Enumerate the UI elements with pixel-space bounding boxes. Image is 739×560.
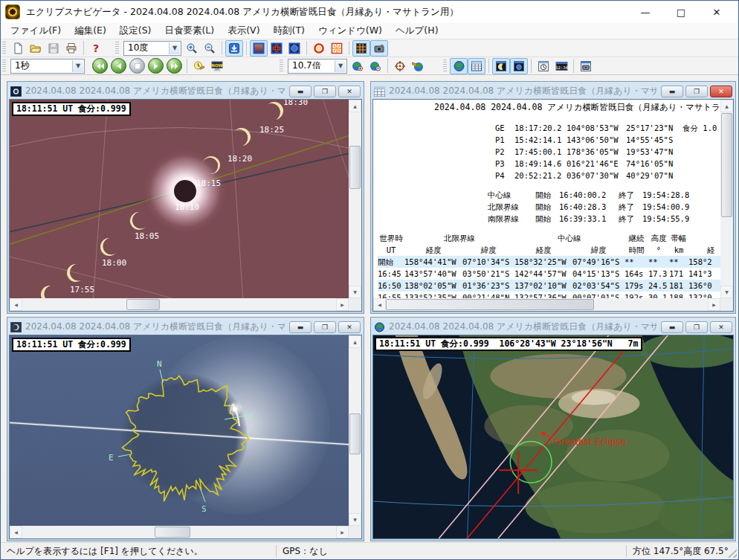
scrollbar-thumb[interactable] [349,413,361,454]
window-minimize-button[interactable]: ▬ [661,86,683,97]
menu-view[interactable]: 表示(V) [221,23,266,39]
vertical-scrollbar[interactable]: ▲ ▼ [349,100,361,298]
view-disc-button[interactable] [285,40,303,57]
window-minimize-button[interactable]: ▬ [661,321,683,333]
corona-closeup-view[interactable]: N E S W 18:11:51 UT 食分:0.999 [10,335,349,526]
maximize-button[interactable]: □ [673,7,689,18]
toolbar-grip[interactable] [2,59,6,73]
toolbar-grip[interactable] [115,42,119,55]
table-row[interactable]: 開始158°44'41"W07°10'34"S158°32'25"W07°49'… [378,256,720,268]
sky-simulation-view[interactable]: 18:30 18:25 18:20 18:15 18:10 18:05 18:0… [10,100,349,298]
window-digital-clock-button[interactable]: 12:34 [552,58,570,74]
vertical-scrollbar[interactable]: ▲ ▼ [349,335,361,526]
window-table-button[interactable] [468,58,485,74]
close-button[interactable]: ✕ [709,7,725,18]
horizontal-scrollbar[interactable]: ◀ ▶ [373,298,720,311]
scrollbar-thumb[interactable] [349,146,361,189]
scroll-down-arrow[interactable]: ▼ [349,513,361,526]
stop-button[interactable] [129,58,145,74]
title-bar[interactable]: エクリプスナビゲータ - 2024.04.08 2024.04.08 アメリカ横… [1,1,738,23]
menu-time[interactable]: 時刻(T) [267,23,312,39]
window-restore-button[interactable]: ❐ [685,86,708,97]
camera-button[interactable] [370,40,388,57]
grid-toggle-button[interactable] [352,40,370,57]
scrollbar-thumb[interactable] [721,113,732,217]
time-set-button[interactable] [190,58,208,74]
save-button[interactable] [45,40,62,57]
toolbar-grip[interactable] [280,59,283,73]
table-row[interactable]: 16:50138°02'05"W01°36'23"S137°02'10"W02°… [378,280,720,292]
new-document-button[interactable] [9,40,27,57]
menu-settings[interactable]: 設定(S) [113,23,158,39]
menu-edit[interactable]: 編集(E) [68,23,113,39]
step-back-button[interactable] [111,58,126,74]
time-step-select[interactable]: 1秒 ▼ [10,59,85,74]
window-restore-button[interactable]: ❐ [314,321,336,333]
window-clock-button[interactable] [535,58,552,74]
scrollbar-thumb[interactable] [386,299,594,310]
zoom-in-button[interactable] [183,40,201,57]
time-now-button[interactable]: NOW [208,58,226,74]
view-sky-button[interactable] [250,40,268,57]
window-moon-button[interactable] [492,58,510,74]
scroll-up-arrow[interactable]: ▲ [720,100,733,112]
window-close-button[interactable]: ✕ [338,86,361,97]
scroll-up-arrow[interactable]: ▲ [349,100,361,112]
scrollbar-thumb[interactable] [155,527,190,538]
menu-help[interactable]: ヘルプ(H) [389,23,445,39]
scroll-right-arrow[interactable]: ▶ [336,526,349,538]
center-target-button[interactable] [391,58,409,74]
window-close-button[interactable]: ✕ [338,321,361,333]
eclipse-path-map[interactable]: Greatest Eclipse 18:11:51 UT 食分:0.999 10… [373,335,733,538]
window-close-button[interactable]: ✕ [710,321,732,333]
open-file-button[interactable] [27,40,45,57]
scroll-left-arrow[interactable]: ◀ [373,298,386,311]
scroll-down-arrow[interactable]: ▼ [349,286,361,298]
table-window-titlebar[interactable]: 2024.04.08 2024.04.08 アメリカ横断皆既日食（月縁あり・マサ… [372,83,734,99]
horizontal-scrollbar[interactable]: ◀ ▶ [10,526,349,538]
scroll-down-arrow[interactable]: ▼ [720,286,733,298]
window-minimize-button[interactable]: ▬ [289,321,312,333]
map-zoom-out-button[interactable] [367,58,384,74]
window-sun-button[interactable] [510,58,528,74]
capture-download-button[interactable] [225,40,243,57]
fov-select[interactable]: 10度 ▼ [123,41,181,56]
window-map-button[interactable] [450,58,468,74]
window-restore-button[interactable]: ❐ [685,321,708,333]
view-globe-wire-button[interactable] [268,40,285,57]
play-button[interactable] [148,58,164,74]
corona-ring-button[interactable] [310,40,328,57]
window-minimize-button[interactable]: ▬ [289,86,312,97]
location-set-button[interactable] [409,58,427,74]
scroll-left-arrow[interactable]: ◀ [10,298,22,311]
toolbar-grip[interactable] [2,42,6,55]
window-close-button[interactable]: ✕ [710,86,732,97]
table-row[interactable]: 16:55133°52'35"W00°21'48"N132°57'36"W00°… [378,292,720,298]
map-zoom-in-button[interactable] [349,58,367,74]
corona-window-titlebar[interactable]: 2024.04.08 2024.04.08 アメリカ横断皆既日食（月縁あり・マサ… [9,319,362,335]
window-camera-button[interactable] [577,58,595,74]
magnification-select[interactable]: 10.7倍 ▼ [288,59,347,74]
scroll-right-arrow[interactable]: ▶ [336,298,349,311]
table-row[interactable]: 16:45143°57'40"W03°50'21"S142°44'57"W04°… [378,268,720,280]
horizontal-scrollbar[interactable]: ◀ ▶ [10,298,349,311]
sky-window-titlebar[interactable]: 2024.04.08 2024.04.08 アメリカ横断皆既日食（月縁あり・マサ… [9,83,362,99]
minimize-button[interactable]: — [637,7,654,18]
zoom-out-button[interactable] [201,40,219,57]
window-restore-button[interactable]: ❐ [314,86,336,97]
menu-file[interactable]: ファイル(F) [4,23,68,39]
scroll-up-arrow[interactable]: ▲ [349,335,361,348]
print-button[interactable] [62,40,80,57]
vertical-scrollbar[interactable]: ▲ ▼ [720,100,733,298]
step-rewind-button[interactable] [92,58,108,74]
map-window-titlebar[interactable]: 2024.04.08 2024.04.08 アメリカ横断皆既日食（月縁あり・マサ… [372,319,734,335]
menu-window[interactable]: ウィンドウ(W) [312,23,389,39]
scroll-left-arrow[interactable]: ◀ [10,526,22,538]
toolbar-grip[interactable] [443,59,447,73]
menu-eclipse-elements[interactable]: 日食要素(L) [158,23,221,39]
scroll-right-arrow[interactable]: ▶ [708,298,720,311]
sun-burst-button[interactable] [328,40,346,57]
step-forward-button[interactable] [167,58,182,74]
scrollbar-thumb[interactable] [126,299,160,310]
help-button[interactable]: ? [87,40,105,57]
